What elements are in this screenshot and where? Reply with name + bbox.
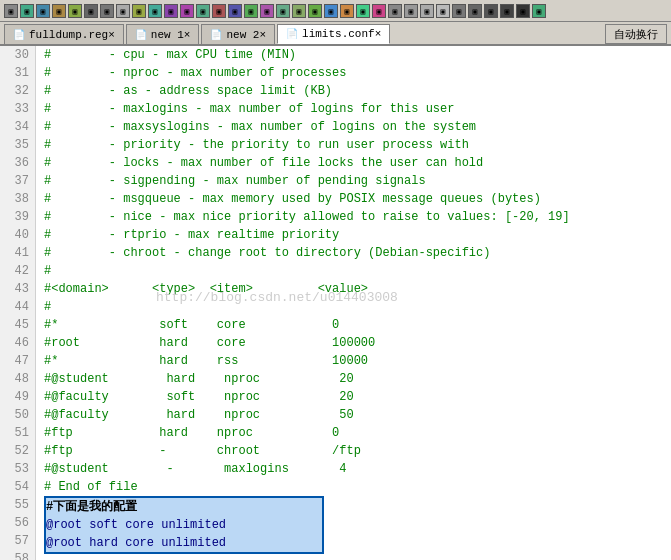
- code-line-35: # - priority - the priority to run user …: [44, 136, 663, 154]
- taskbar-icon-4[interactable]: ▣: [52, 4, 66, 18]
- taskbar-icon-17[interactable]: ▣: [260, 4, 274, 18]
- line-number-51: 51: [6, 424, 29, 442]
- code-line-56: # End of file: [44, 478, 663, 496]
- code-line-38: # - msgqueue - max memory used by POSIX …: [44, 190, 663, 208]
- taskbar-icon-7[interactable]: ▣: [100, 4, 114, 18]
- taskbar-icon-28[interactable]: ▣: [436, 4, 450, 18]
- taskbar-icon-20[interactable]: ▣: [308, 4, 322, 18]
- taskbar-icon-29[interactable]: ▣: [452, 4, 466, 18]
- line-number-58: 58: [6, 550, 29, 560]
- tab-new2[interactable]: 📄 new 2×: [201, 24, 275, 44]
- taskbar-icon-25[interactable]: ▣: [388, 4, 402, 18]
- taskbar-icon-19[interactable]: ▣: [292, 4, 306, 18]
- tab-limits[interactable]: 📄 limits.conf×: [277, 24, 390, 44]
- taskbar-icon-6[interactable]: ▣: [84, 4, 98, 18]
- code-area[interactable]: http://blog.csdn.net/u014403008# - cpu -…: [36, 46, 671, 560]
- line-number-48: 48: [6, 370, 29, 388]
- taskbar-icon-3[interactable]: ▣: [36, 4, 50, 18]
- line-number-32: 32: [6, 82, 29, 100]
- code-line-42: #: [44, 262, 663, 280]
- line-number-30: 30: [6, 46, 29, 64]
- line-number-35: 35: [6, 136, 29, 154]
- line-number-37: 37: [6, 172, 29, 190]
- line-number-50: 50: [6, 406, 29, 424]
- taskbar-icon-15[interactable]: ▣: [228, 4, 242, 18]
- tab-new1[interactable]: 📄 new 1×: [126, 24, 200, 44]
- highlight-box: #下面是我的配置@root soft core unlimited@root h…: [44, 496, 324, 554]
- code-line-30: # - cpu - max CPU time (MIN): [44, 46, 663, 64]
- code-line-31: # - nproc - max number of processes: [44, 64, 663, 82]
- line-number-42: 42: [6, 262, 29, 280]
- taskbar-icon-24[interactable]: ▣: [372, 4, 386, 18]
- taskbar-icon-32[interactable]: ▣: [500, 4, 514, 18]
- line-number-38: 38: [6, 190, 29, 208]
- taskbar-icon-2[interactable]: ▣: [20, 4, 34, 18]
- tab-icon-new2: 📄: [210, 29, 222, 41]
- taskbar-icon-27[interactable]: ▣: [420, 4, 434, 18]
- taskbar-icon-13[interactable]: ▣: [196, 4, 210, 18]
- tab-fulldump[interactable]: 📄 fulldump.reg×: [4, 24, 124, 44]
- tab-label-limits: limits.conf×: [302, 28, 381, 40]
- code-line-54: #@student - maxlogins 4: [44, 460, 663, 478]
- taskbar-icon-9[interactable]: ▣: [132, 4, 146, 18]
- line-number-49: 49: [6, 388, 29, 406]
- code-line-32: # - as - address space limit (KB): [44, 82, 663, 100]
- code-line-44: #: [44, 298, 663, 316]
- line-number-46: 46: [6, 334, 29, 352]
- taskbar-icon-31[interactable]: ▣: [484, 4, 498, 18]
- line-number-34: 34: [6, 118, 29, 136]
- taskbar-icon-8[interactable]: ▣: [116, 4, 130, 18]
- code-line-53: #ftp - chroot /ftp: [44, 442, 663, 460]
- taskbar-icon-12[interactable]: ▣: [180, 4, 194, 18]
- editor-content: 3031323334353637383940414243444546474849…: [0, 46, 671, 560]
- line-numbers: 3031323334353637383940414243444546474849…: [0, 46, 36, 560]
- code-line-48: #* hard rss 10000: [44, 352, 663, 370]
- taskbar-icon-30[interactable]: ▣: [468, 4, 482, 18]
- taskbar-icon-1[interactable]: ▣: [4, 4, 18, 18]
- code-line-50: #@faculty soft nproc 20: [44, 388, 663, 406]
- line-number-45: 45: [6, 316, 29, 334]
- tab-label-new1: new 1×: [151, 29, 191, 41]
- taskbar-icon-5[interactable]: ▣: [68, 4, 82, 18]
- code-line-59: @root soft core unlimited: [46, 516, 322, 534]
- code-line-51: #@faculty hard nproc 50: [44, 406, 663, 424]
- code-line-39: # - nice - max nice priority allowed to …: [44, 208, 663, 226]
- code-line-46: #* soft core 0: [44, 316, 663, 334]
- taskbar: ▣ ▣ ▣ ▣ ▣ ▣ ▣ ▣ ▣ ▣ ▣ ▣ ▣ ▣ ▣ ▣ ▣ ▣ ▣ ▣ …: [0, 0, 671, 22]
- line-number-33: 33: [6, 100, 29, 118]
- code-line-37: # - sigpending - max number of pending s…: [44, 172, 663, 190]
- tab-icon-fulldump: 📄: [13, 29, 25, 41]
- autorun-button[interactable]: 自动换行: [605, 24, 667, 44]
- taskbar-icon-21[interactable]: ▣: [324, 4, 338, 18]
- line-number-39: 39: [6, 208, 29, 226]
- line-number-31: 31: [6, 64, 29, 82]
- tab-label-new2: new 2×: [226, 29, 266, 41]
- editor[interactable]: 3031323334353637383940414243444546474849…: [0, 46, 671, 560]
- line-number-40: 40: [6, 226, 29, 244]
- taskbar-icon-26[interactable]: ▣: [404, 4, 418, 18]
- tab-icon-new1: 📄: [135, 29, 147, 41]
- line-number-47: 47: [6, 352, 29, 370]
- taskbar-icon-11[interactable]: ▣: [164, 4, 178, 18]
- taskbar-icon-14[interactable]: ▣: [212, 4, 226, 18]
- taskbar-icon-23[interactable]: ▣: [356, 4, 370, 18]
- taskbar-icon-34[interactable]: ▣: [532, 4, 546, 18]
- taskbar-icon-16[interactable]: ▣: [244, 4, 258, 18]
- taskbar-icon-22[interactable]: ▣: [340, 4, 354, 18]
- code-line-36: # - locks - max number of file locks the…: [44, 154, 663, 172]
- code-line-40: # - rtprio - max realtime priority: [44, 226, 663, 244]
- line-number-44: 44: [6, 298, 29, 316]
- taskbar-icon-18[interactable]: ▣: [276, 4, 290, 18]
- line-number-36: 36: [6, 154, 29, 172]
- taskbar-icon-10[interactable]: ▣: [148, 4, 162, 18]
- line-number-53: 53: [6, 460, 29, 478]
- code-line-58: #下面是我的配置: [46, 498, 322, 516]
- taskbar-icon-33[interactable]: ▣: [516, 4, 530, 18]
- line-number-43: 43: [6, 280, 29, 298]
- code-line-47: #root hard core 100000: [44, 334, 663, 352]
- line-number-41: 41: [6, 244, 29, 262]
- line-number-56: 56: [6, 514, 29, 532]
- code-line-34: # - maxsyslogins - max number of logins …: [44, 118, 663, 136]
- code-line-49: #@student hard nproc 20: [44, 370, 663, 388]
- tab-label-fulldump: fulldump.reg×: [29, 29, 115, 41]
